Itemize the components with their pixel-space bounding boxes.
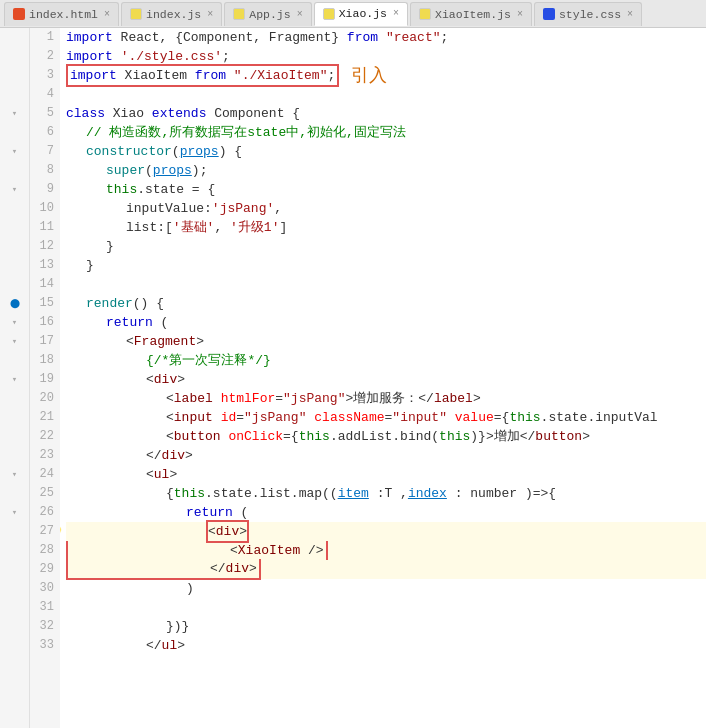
keyword-from-3: from — [195, 66, 226, 85]
fold-line-9[interactable]: ▾ — [0, 180, 29, 199]
text-1b — [378, 28, 386, 47]
return-highlight-box: <div> — [206, 520, 249, 543]
code-line-13: } — [66, 256, 706, 275]
js-icon-1 — [130, 8, 142, 20]
tab-index-js[interactable]: index.js × — [121, 2, 222, 26]
text-22f: > — [582, 427, 590, 446]
line-num-6: 6 — [30, 123, 54, 142]
tab-style-css[interactable]: style.css × — [534, 2, 642, 26]
tab-xiaoitem-js[interactable]: XiaoItem.js × — [410, 2, 532, 26]
text-29a: </ — [210, 559, 226, 578]
fold-line-6 — [0, 123, 29, 142]
fold-line-1[interactable] — [0, 28, 29, 47]
fold-line-16[interactable]: ▾ — [0, 313, 29, 332]
tag-ul: ul — [154, 465, 170, 484]
bulb-icon[interactable]: 💡 — [60, 524, 64, 543]
text-5b: Component { — [206, 104, 300, 123]
text-28b: /> — [300, 541, 323, 560]
line-num-24: 24 — [30, 465, 54, 484]
fold-line-2[interactable] — [0, 47, 29, 66]
tag-div-inner: div — [216, 522, 239, 541]
line-num-33: 33 — [30, 636, 54, 655]
text-33b: > — [177, 636, 185, 655]
fold-line-28 — [0, 541, 29, 560]
editor: ▾ ▾ ▾ ⬤ ▾ ▾ ▾ ▾ — [0, 28, 706, 728]
fold-line-7[interactable]: ▾ — [0, 142, 29, 161]
code-line-8: super(props); — [66, 161, 706, 180]
text-30: ) — [186, 579, 194, 598]
line-numbers: 1 2 3 4 5 6 7 8 9 10 11 12 13 14 15 16 1… — [30, 28, 60, 728]
tag-label: label — [174, 389, 213, 408]
text-1c: ; — [441, 28, 449, 47]
text-29b: > — [249, 559, 257, 578]
code-line-33: </ul> — [66, 636, 706, 655]
tab-close-index-js[interactable]: × — [207, 9, 213, 20]
js-icon-4 — [419, 8, 431, 20]
fold-line-18 — [0, 351, 29, 370]
text-10a: inputValue: — [126, 199, 212, 218]
line-num-7: 7 — [30, 142, 54, 161]
text-20a: < — [166, 389, 174, 408]
tab-close-xiaoitem-js[interactable]: × — [517, 9, 523, 20]
fold-line-31 — [0, 598, 29, 617]
keyword-extends: extends — [152, 104, 207, 123]
code-line-6: // 构造函数,所有数据写在state中,初始化,固定写法 — [66, 123, 706, 142]
text-22c: ={ — [283, 427, 299, 446]
tag-xiaoitem: XiaoItem — [238, 541, 300, 560]
fold-line-15[interactable]: ⬤ — [0, 294, 29, 313]
text-25b: .state.list.map(( — [205, 484, 338, 503]
text-11b: , — [214, 218, 230, 237]
fold-line-19[interactable]: ▾ — [0, 370, 29, 389]
code-line-22: <button onClick={this.addList.bind(this)… — [66, 427, 706, 446]
tag-ul-close: ul — [162, 636, 178, 655]
fold-line-4 — [0, 85, 29, 104]
fold-line-5[interactable]: ▾ — [0, 104, 29, 123]
fold-line-11 — [0, 218, 29, 237]
fold-line-3[interactable] — [0, 66, 29, 85]
fn-constructor: constructor — [86, 142, 172, 161]
code-line-32: })} — [66, 617, 706, 636]
string-id-jspang: "jsPang" — [244, 408, 306, 427]
fold-gutter: ▾ ▾ ▾ ⬤ ▾ ▾ ▾ ▾ — [0, 28, 30, 728]
tab-xiao-js[interactable]: Xiao.js × — [314, 2, 408, 26]
xiaoitem-box-mid: <XiaoItem /> — [66, 541, 328, 560]
code-line-21: <input id="jsPang" className="input" val… — [66, 408, 706, 427]
tab-close-style-css[interactable]: × — [627, 9, 633, 20]
line-num-17: 17 — [30, 332, 54, 351]
tag-button: button — [174, 427, 221, 446]
text-9a: .state = { — [137, 180, 215, 199]
tab-close-index-html[interactable]: × — [104, 9, 110, 20]
html-icon — [13, 8, 25, 20]
line-num-12: 12 — [30, 237, 54, 256]
code-content[interactable]: import React, {Component, Fragment} from… — [60, 28, 706, 728]
text-23b: > — [185, 446, 193, 465]
line-num-22: 22 — [30, 427, 54, 446]
text-32: })} — [166, 617, 189, 636]
string-react: "react" — [386, 28, 441, 47]
line-num-15: 15 — [30, 294, 54, 313]
text-25a: { — [166, 484, 174, 503]
tab-index-html[interactable]: index.html × — [4, 2, 119, 26]
tab-close-xiao-js[interactable]: × — [393, 8, 399, 19]
keyword-this-3: this — [299, 427, 330, 446]
fold-line-23 — [0, 446, 29, 465]
tab-app-js[interactable]: App.js × — [224, 2, 311, 26]
fold-line-24[interactable]: ▾ — [0, 465, 29, 484]
fold-line-26[interactable]: ▾ — [0, 503, 29, 522]
text-11c: ] — [279, 218, 287, 237]
tab-close-app-js[interactable]: × — [297, 9, 303, 20]
line-num-30: 30 — [30, 579, 54, 598]
comment-jsx: {/*第一次写注释*/} — [146, 351, 271, 370]
line-num-21: 21 — [30, 408, 54, 427]
code-line-26: return ( — [66, 503, 706, 522]
fold-line-17[interactable]: ▾ — [0, 332, 29, 351]
line-num-23: 23 — [30, 446, 54, 465]
text-12: } — [106, 237, 114, 256]
param-item: item — [338, 484, 369, 503]
text-19a: < — [146, 370, 154, 389]
text-22e: )}>增加</ — [470, 427, 535, 446]
keyword-from-1: from — [347, 28, 378, 47]
code-line-24: <ul> — [66, 465, 706, 484]
fold-line-20 — [0, 389, 29, 408]
text-17b: > — [196, 332, 204, 351]
